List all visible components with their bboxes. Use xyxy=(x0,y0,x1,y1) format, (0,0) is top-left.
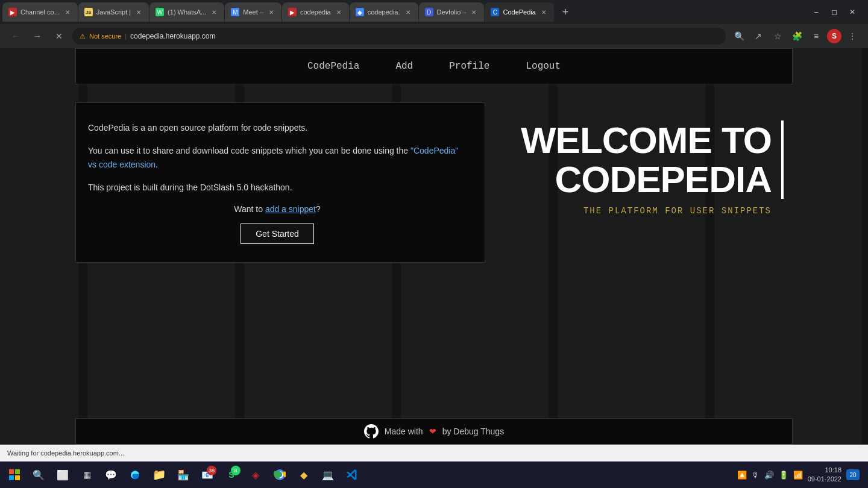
site-footer: Made with ❤ by Debug Thugs xyxy=(75,418,793,445)
chrome-icon xyxy=(274,469,286,481)
edge-button[interactable] xyxy=(124,464,146,486)
tab-title-codepedia-active: CodePedia xyxy=(503,8,535,16)
window-close-button[interactable]: ✕ xyxy=(844,4,861,20)
tab-codepedia2[interactable]: ◆ codepedia. ✕ xyxy=(350,2,418,22)
tab-favicon-devfolio: D xyxy=(425,8,433,16)
start-button[interactable] xyxy=(4,464,25,486)
browser-chrome: ▶ Channel co... ✕ JS JavaScript | ✕ W (1… xyxy=(0,0,868,48)
tab-favicon-whatsapp: W xyxy=(156,8,164,16)
website-content: CodePedia Add Profile Logout CodePedia i… xyxy=(0,48,868,445)
samsung-button[interactable]: S 8 xyxy=(221,464,242,486)
nav-logout[interactable]: Logout xyxy=(526,61,561,72)
description-3: This project is built during the DotSlas… xyxy=(88,181,467,194)
edge-icon xyxy=(129,469,141,481)
tab-close-whatsapp[interactable]: ✕ xyxy=(210,8,218,16)
tab-close-codepedia-active[interactable]: ✕ xyxy=(539,8,548,16)
tab-close-codepedia2[interactable]: ✕ xyxy=(404,8,412,16)
nav-profile[interactable]: Profile xyxy=(449,61,489,72)
nav-add[interactable]: Add xyxy=(395,61,413,72)
nav-brand[interactable]: CodePedia xyxy=(307,61,359,72)
tab-close-meet[interactable]: ✕ xyxy=(267,8,275,16)
search-taskbar-button[interactable]: 🔍 xyxy=(28,464,49,486)
add-snippet-link[interactable]: add a snippet xyxy=(265,204,316,214)
address-bar: ← → ✕ ⚠ Not secure | codepedia.herokuapp… xyxy=(0,24,868,48)
address-separator: | xyxy=(125,33,127,40)
search-icon[interactable]: 🔍 xyxy=(731,28,747,45)
welcome-panel: WELCOME TO CODEPEDIA THE PLATFORM FOR US… xyxy=(485,102,832,216)
tab-close-devfolio[interactable]: ✕ xyxy=(470,8,478,16)
tab-codepedia-active[interactable]: C CodePedia ✕ xyxy=(485,2,553,22)
samsung-badge: 8 xyxy=(231,466,241,475)
reload-button[interactable]: ✕ xyxy=(51,28,68,45)
get-started-button[interactable]: Get Started xyxy=(241,224,314,244)
mail-button[interactable]: 📧 38 xyxy=(197,464,218,486)
description-2-post: . xyxy=(156,160,158,169)
file-explorer-button[interactable]: 📁 xyxy=(148,464,170,486)
store-button[interactable]: 🏪 xyxy=(172,464,194,486)
user-profile-icon[interactable]: S xyxy=(827,29,841,43)
welcome-line2: CODEPEDIA xyxy=(555,158,772,200)
welcome-subtitle: THE PLATFORM FOR USER SNIPPETS xyxy=(583,206,784,216)
files-button[interactable]: ◆ xyxy=(293,464,315,486)
description-2: You can use it to share and download cod… xyxy=(88,144,467,171)
welcome-line1: WELCOME TO xyxy=(521,119,772,161)
tab-title-codepedia2: codepedia. xyxy=(368,8,400,16)
tab-devfolio[interactable]: D Devfolio – ✕ xyxy=(419,2,485,22)
tab-close-codepedia1[interactable]: ✕ xyxy=(335,8,343,16)
description-2-pre: You can use it to share and download cod… xyxy=(88,146,410,155)
window-restore-button[interactable]: ◻ xyxy=(826,4,843,20)
extensions-icon[interactable]: 🧩 xyxy=(788,28,805,45)
tab-favicon-meet: M xyxy=(231,8,239,16)
forward-button[interactable]: → xyxy=(29,28,46,45)
tab-js[interactable]: JS JavaScript | ✕ xyxy=(78,2,149,22)
battery-icon[interactable]: 🔋 xyxy=(779,471,788,480)
profile-pic-icon[interactable]: ≡ xyxy=(808,28,825,45)
share-icon[interactable]: ↗ xyxy=(750,28,767,45)
mic-icon[interactable]: 🎙 xyxy=(752,471,760,480)
tab-bar: ▶ Channel co... ✕ JS JavaScript | ✕ W (1… xyxy=(0,0,868,24)
tab-add-button[interactable]: + xyxy=(557,4,574,20)
address-input-container[interactable]: ⚠ Not secure | codepedia.herokuapp.com xyxy=(72,28,726,45)
security-warning: ⚠ xyxy=(80,33,86,40)
tab-favicon-codepedia2: ◆ xyxy=(356,8,364,16)
menu-icon[interactable]: ⋮ xyxy=(844,28,861,45)
footer-heart: ❤ xyxy=(429,427,436,436)
window-minimize-button[interactable]: – xyxy=(808,4,825,20)
footer-author: by Debug Thugs xyxy=(442,427,504,436)
tab-close-js[interactable]: ✕ xyxy=(134,8,143,16)
tab-codepedia1[interactable]: ▶ codepedia ✕ xyxy=(282,2,349,22)
taskbar: 🔍 ⬜ ▦ 💬 📁 🏪 📧 38 S 8 ◈ ◆ 💻 🔼 xyxy=(0,461,868,488)
tab-title-js: JavaScript | xyxy=(96,8,131,16)
tab-title-channel: Channel co... xyxy=(20,8,60,16)
footer-made-with: Made with xyxy=(385,427,423,436)
taskbar-time-display: 10:18 xyxy=(808,466,841,475)
task-view-button[interactable]: ⬜ xyxy=(52,464,74,486)
widgets-button[interactable]: ▦ xyxy=(76,464,98,486)
windows-logo-icon xyxy=(8,469,20,481)
speaker-icon[interactable]: 🔊 xyxy=(764,471,774,480)
tab-whatsapp[interactable]: W (1) WhatsA... ✕ xyxy=(149,2,224,22)
info-panel: CodePedia is a an open source platform f… xyxy=(75,102,485,263)
tab-favicon-channel: ▶ xyxy=(8,8,17,16)
vscode-button[interactable] xyxy=(341,464,363,486)
svg-rect-2 xyxy=(9,475,14,480)
taskbar-date-display: 09-01-2022 xyxy=(808,475,841,484)
wifi-icon[interactable]: 📶 xyxy=(793,471,803,480)
status-bar: Waiting for codepedia.herokuapp.com... xyxy=(0,445,868,461)
tab-favicon-codepedia-active: C xyxy=(491,8,499,16)
svg-rect-0 xyxy=(9,469,14,474)
tab-meet[interactable]: M Meet – ✕ xyxy=(225,2,281,22)
address-url: codepedia.herokuapp.com xyxy=(130,32,215,40)
chrome-button[interactable] xyxy=(269,464,291,486)
notification-count[interactable]: 20 xyxy=(846,469,860,480)
taskbar-clock[interactable]: 10:18 09-01-2022 xyxy=(808,466,841,484)
office-button[interactable]: ◈ xyxy=(245,464,266,486)
tab-close-channel[interactable]: ✕ xyxy=(63,8,72,16)
network-icon[interactable]: 🔼 xyxy=(737,471,747,480)
laptop-button[interactable]: 💻 xyxy=(317,464,339,486)
bookmark-icon[interactable]: ☆ xyxy=(769,28,786,45)
back-button[interactable]: ← xyxy=(7,28,24,45)
status-message: Waiting for codepedia.herokuapp.com... xyxy=(7,449,124,457)
chat-button[interactable]: 💬 xyxy=(100,464,122,486)
tab-channel[interactable]: ▶ Channel co... ✕ xyxy=(2,2,78,22)
